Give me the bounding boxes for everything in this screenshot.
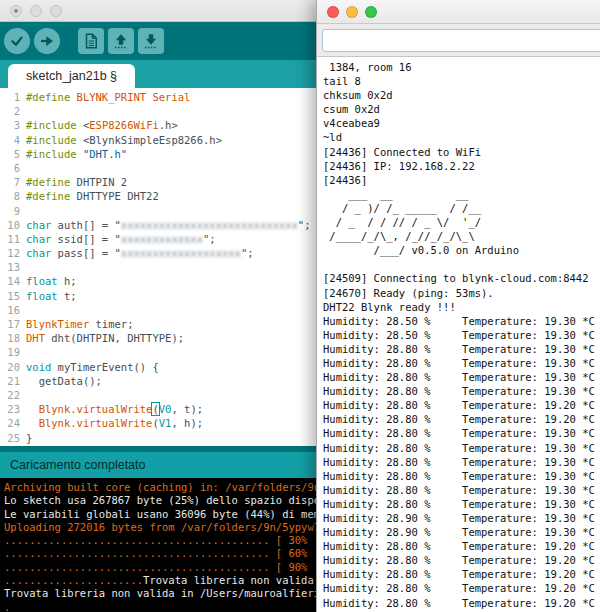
screen: sketch_jan21b § 1#define BLYNK_PRINT Ser… [0,0,600,612]
ide-tabbar: sketch_jan21b § [0,60,320,88]
minimize-button[interactable] [30,5,42,17]
code-line: 23 Blynk.virtualWrite(V0, t); [0,402,320,416]
line-number: 22 [0,388,20,402]
code-line: 7#define DHTPIN 2 [0,175,320,189]
new-sketch-button[interactable] [78,28,104,54]
code-line: 3#include <ESP8266WiFi.h> [0,118,320,132]
code-line: 25} [0,431,320,445]
line-number: 3 [0,118,20,132]
line-number: 20 [0,360,20,374]
line-number: 16 [0,303,20,317]
line-number: 13 [0,260,20,274]
line-number: 14 [0,274,20,288]
zoom-button[interactable] [50,5,62,17]
line-number: 12 [0,246,20,260]
code-line: 11char ssid[] = "xxxxxxxxxxxxx"; [0,232,320,246]
line-number: 15 [0,289,20,303]
line-number: 21 [0,374,20,388]
line-number: 2 [0,104,20,118]
line-number: 11 [0,232,20,246]
code-line: 18DHT dht(DHTPIN, DHTTYPE); [0,331,320,345]
arrow-down-tray-icon [142,32,160,50]
arrow-right-icon [38,32,56,50]
code-line: 16 [0,303,320,317]
save-button[interactable] [138,28,164,54]
console-line: ........................................… [4,561,320,574]
status-bar: Caricamento completato [0,452,320,478]
console-line: Uploading 272016 bytes from /var/folders… [4,521,320,534]
code-line: 15float t; [0,289,320,303]
serial-titlebar[interactable] [317,0,600,24]
status-message: Caricamento completato [10,458,145,472]
line-number: 6 [0,161,20,175]
line-number: 1 [0,90,20,104]
arduino-ide-window: sketch_jan21b § 1#define BLYNK_PRINT Ser… [0,0,320,612]
console-line: Le variabili globali usano 36096 byte (4… [4,508,320,521]
code-line: 9 [0,204,320,218]
console-line: Trovata libreria non valida in /Users/ma… [4,587,320,600]
minimize-button[interactable] [346,6,358,18]
tab-sketch-jan21b[interactable]: sketch_jan21b § [8,64,135,88]
console-line: Lo sketch usa 267867 byte (25%) dello sp… [4,494,320,507]
code-line: 13 [0,260,320,274]
build-console[interactable]: Archiving built core (caching) in: /var/… [0,478,320,612]
line-number: 23 [0,402,20,416]
serial-output-text: 1384, room 16 tail 8 chksum 0x2d csum 0x… [317,57,600,611]
code-editor[interactable]: 1#define BLYNK_PRINT Serial23#include <E… [0,88,320,446]
close-button[interactable] [327,6,339,18]
console-line: ........................................… [4,534,320,547]
code-line: 19 [0,345,320,359]
line-number: 24 [0,416,20,430]
document-icon [82,32,100,50]
line-number: 4 [0,133,20,147]
check-icon [8,32,26,50]
code-line: 12char pass[] = "xxxxxxxxxxxxxxxxxxx"; [0,246,320,260]
line-number: 5 [0,147,20,161]
line-number: 18 [0,331,20,345]
serial-output[interactable]: 1384, room 16 tail 8 chksum 0x2d csum 0x… [317,57,600,611]
console-line: . [4,601,320,612]
code-line: 21 getData(); [0,374,320,388]
code-line: 14float h; [0,274,320,288]
console-line: ........................................… [4,547,320,560]
serial-send-input[interactable] [322,29,600,52]
console-line: Archiving built core (caching) in: /var/… [4,481,320,494]
code-line: 6 [0,161,320,175]
code-line: 10char auth[] = "xxxxxxxxxxxxxxxxxxxxxxx… [0,218,320,232]
line-number: 9 [0,204,20,218]
code-line: 8#define DHTTYPE DHT22 [0,189,320,203]
line-number: 10 [0,218,20,232]
console-line: ......................Trovata libreria n… [4,574,320,587]
upload-button[interactable] [34,28,60,54]
line-number: 8 [0,189,20,203]
code-line: 5#include "DHT.h" [0,147,320,161]
line-number: 7 [0,175,20,189]
ide-titlebar[interactable] [0,0,320,22]
code-line: 20void myTimerEvent() { [0,360,320,374]
ide-toolbar [0,22,320,60]
verify-button[interactable] [4,28,30,54]
close-button[interactable] [10,5,22,17]
arrow-up-tray-icon [112,32,130,50]
line-number: 17 [0,317,20,331]
serial-monitor-window: 1384, room 16 tail 8 chksum 0x2d csum 0x… [316,0,600,612]
code-line: 17BlynkTimer timer; [0,317,320,331]
code-line: 1#define BLYNK_PRINT Serial [0,90,320,104]
line-number: 19 [0,345,20,359]
serial-input-row [317,24,600,57]
zoom-button[interactable] [365,6,377,18]
code-line: 24 Blynk.virtualWrite(V1, h); [0,416,320,430]
code-line: 4#include <BlynkSimpleEsp8266.h> [0,133,320,147]
line-number: 25 [0,431,20,445]
open-button[interactable] [108,28,134,54]
code-line: 2 [0,104,320,118]
tab-label: sketch_jan21b § [26,69,117,83]
code-line: 22 [0,388,320,402]
